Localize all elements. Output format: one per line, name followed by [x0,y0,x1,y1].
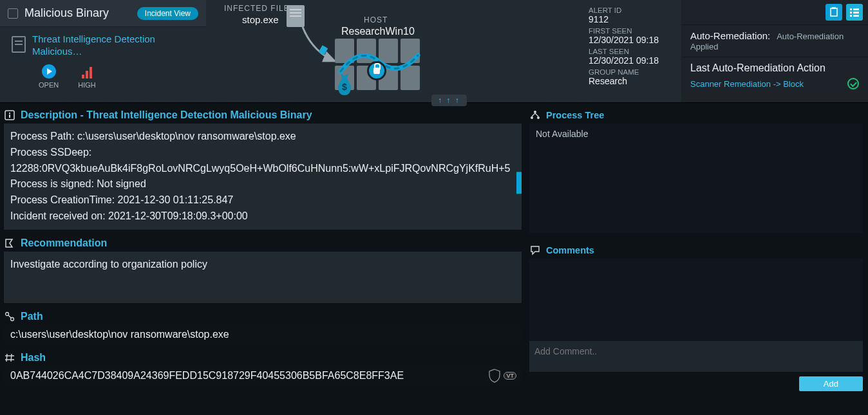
comment-icon [529,244,541,256]
incident-view-pill[interactable]: Incident View [137,7,198,20]
status-severity[interactable]: HIGH [78,64,96,89]
hash-value-row: 0AB744026CA4C7D38409A24369FEDD15C918729F… [4,366,522,385]
recommendation-heading-row: Recommendation [4,235,522,252]
first-seen: 12/30/2021 09:18 [589,35,677,45]
desc-path: Process Path: c:\users\user\desktop\nov … [10,129,515,145]
description-heading-row: Description - Threat Intelligence Detect… [4,107,522,124]
vt-label: VT [504,372,516,380]
status-row: OPEN HIGH [0,60,206,89]
header-left: Malicious Binary Incident View Threat In… [0,0,206,102]
svg-point-13 [6,312,9,315]
svg-text:$: $ [342,82,347,92]
process-tree-heading: Process Tree [546,110,604,120]
recommendation-icon [4,237,15,249]
svg-rect-5 [853,8,859,10]
svg-point-14 [11,317,14,320]
first-seen-label: FIRST SEEN [589,27,677,35]
process-tree-heading-row: Process Tree [529,107,863,124]
scroll-indicator[interactable] [516,172,522,194]
side-column: Process Tree Not Available Comments Add [527,103,868,415]
svg-rect-0 [319,45,328,55]
alert-id: 9112 [589,14,677,24]
alert-id-label: ALERT ID [589,6,677,14]
status-open-label: OPEN [39,81,59,89]
svg-rect-2 [831,8,837,16]
infected-file-label: INFECTED FILE [224,4,290,13]
document-icon [12,36,26,53]
subtitle-row: Threat Intelligence Detection Malicious… [0,27,206,60]
svg-rect-7 [853,12,859,14]
path-value: c:\users\user\desktop\nov ransomware\sto… [4,325,522,344]
infected-file-name: stop.exe [242,14,279,25]
recommendation-heading: Recommendation [21,237,107,249]
file-icon [287,5,305,27]
svg-point-17 [537,116,540,119]
path-heading-row: Path [4,308,522,325]
severity-bars-icon [80,64,94,78]
header-center-visual: INFECTED FILE stop.exe HOST ResearchWin1… [206,0,585,102]
incident-header: Malicious Binary Incident View Threat In… [0,0,868,103]
recommendation-body: Investigate according to organization po… [4,252,522,303]
clipboard-button[interactable] [826,4,842,21]
comment-input[interactable] [529,341,863,372]
path-heading: Path [21,311,43,322]
svg-point-16 [531,116,533,119]
auto-remediation-status: Auto-Remediation: Auto-Remediation Appli… [681,24,868,57]
expand-arrows[interactable]: ↑ ↑ ↑ [431,95,467,106]
last-auto-remediation: Last Auto-Remediation Action Scanner Rem… [681,57,868,95]
svg-rect-8 [850,15,852,17]
remediation-panel: Auto-Remediation: Auto-Remediation Appli… [681,0,868,102]
status-open[interactable]: OPEN [39,64,59,89]
svg-rect-3 [832,7,836,9]
desc-signed: Process is signed: Not signed [10,176,515,192]
shield-icon [488,369,501,383]
virustotal-badge[interactable]: VT [488,369,516,383]
desc-ssdeep: 12288:0RVQ3kbueAuBk4iF8gRoLovNRCgLwyq5Oe… [10,161,515,177]
ar-action-link[interactable]: Scanner Remediation -> Block [690,79,804,89]
svg-rect-11 [9,113,10,114]
hash-heading: Hash [21,352,46,364]
comments-body [529,259,863,341]
main-body: Description - Threat Intelligence Detect… [0,103,868,415]
last-seen-label: LAST SEEN [589,48,677,55]
host-label: HOST [364,15,388,24]
description-body: Process Path: c:\users\user\desktop\nov … [4,124,522,230]
svg-rect-4 [850,8,852,10]
threat-link[interactable]: Threat Intelligence Detection Malicious… [32,33,198,58]
svg-rect-9 [853,15,859,17]
desc-ssdeep-label: Process SSDeep: [10,145,515,161]
info-icon [4,109,15,121]
details-column: Description - Threat Intelligence Detect… [0,103,527,415]
comments-heading: Comments [546,245,594,255]
tree-icon [529,109,541,121]
hash-icon [4,352,15,364]
ar-title: Auto-Remediation: [690,30,770,41]
svg-point-15 [534,111,536,113]
title-row: Malicious Binary Incident View [0,0,206,27]
severity-label: HIGH [78,81,96,89]
hash-section: Hash 0AB744026CA4C7D38409A24369FEDD15C91… [4,349,522,385]
incident-title: Malicious Binary [24,6,131,20]
desc-creation: Process CreationTime: 2021-12-30 01:11:2… [10,192,515,208]
select-checkbox[interactable] [8,8,18,19]
group-name: Research [589,76,677,86]
host-name: ResearchWin10 [341,26,415,37]
comments-section: Comments Add [529,242,863,391]
description-heading: Description - Threat Intelligence Detect… [21,109,312,121]
comments-heading-row: Comments [529,242,863,259]
process-tree-section: Process Tree Not Available [529,107,863,233]
alert-meta: ALERT ID 9112 FIRST SEEN 12/30/2021 09:1… [585,0,681,102]
action-icons [681,0,868,24]
desc-received: Incident received on: 2021-12-30T09:18:0… [10,208,515,225]
hash-heading-row: Hash [4,349,522,366]
list-button[interactable] [846,4,863,21]
path-icon [4,311,15,322]
add-comment-button[interactable]: Add [799,376,863,391]
ar-last-label: Last Auto-Remediation Action [690,62,859,74]
lock-icon [367,61,386,80]
path-section: Path c:\users\user\desktop\nov ransomwar… [4,308,522,344]
success-check-icon [847,78,859,89]
svg-rect-12 [9,115,10,118]
hash-value: 0AB744026CA4C7D38409A24369FEDD15C918729F… [10,370,404,381]
last-seen: 12/30/2021 09:18 [589,55,677,66]
